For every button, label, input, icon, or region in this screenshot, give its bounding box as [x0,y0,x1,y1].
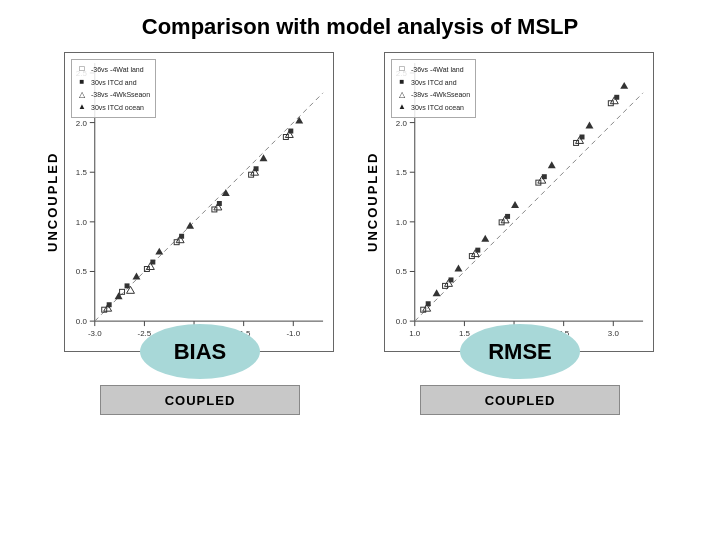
svg-marker-85 [454,265,462,272]
charts-container: UNCOUPLED [0,52,720,415]
svg-marker-28 [115,292,123,299]
svg-text:3.0: 3.0 [608,329,620,338]
svg-text:0.0: 0.0 [396,317,408,326]
svg-text:1.0: 1.0 [396,218,408,227]
svg-text:0.5: 0.5 [396,267,408,276]
bias-y-label: UNCOUPLED [45,52,60,352]
svg-text:1.0: 1.0 [76,218,88,227]
bias-coupled-bar: COUPLED [100,385,300,415]
svg-text:2.0: 2.0 [76,119,88,128]
rmse-ellipse-label: RMSE [460,324,580,379]
svg-rect-30 [125,283,130,288]
bias-plot: 0.0 0.5 1.0 1.5 2.0 2.5 -3.0 -2.5 -2.0 -… [64,52,334,352]
rmse-chart-with-label: UNCOUPLED [365,52,675,352]
bias-legend: □-36vs -4Wat land ■30vs ITCd and △-38vs … [71,59,156,118]
svg-text:1.5: 1.5 [396,168,408,177]
rmse-coupled-bar: COUPLED [420,385,620,415]
svg-text:1.0: 1.0 [409,329,421,338]
rmse-y-label: UNCOUPLED [365,52,380,352]
bias-ellipse-label: BIAS [140,324,260,379]
svg-marker-97 [548,161,556,168]
page-title: Comparison with model analysis of MSLP [0,0,720,48]
svg-marker-105 [620,82,628,89]
svg-text:0.5: 0.5 [76,267,88,276]
rmse-plot: 0.0 0.5 1.0 1.5 2.0 2.5 1.0 1.5 2.0 2.5 … [384,52,654,352]
svg-marker-36 [155,248,163,255]
svg-marker-52 [295,117,303,124]
svg-text:2.0: 2.0 [396,119,408,128]
svg-marker-101 [586,122,594,129]
svg-text:-1.0: -1.0 [286,329,300,338]
bias-chart-with-label: UNCOUPLED [45,52,355,352]
svg-marker-89 [481,235,489,242]
svg-text:1.5: 1.5 [76,168,88,177]
rmse-chart-wrapper: UNCOUPLED [365,52,675,415]
svg-text:0.0: 0.0 [76,317,88,326]
bias-chart-wrapper: UNCOUPLED [45,52,355,415]
svg-marker-93 [511,201,519,208]
svg-marker-81 [433,289,441,296]
svg-text:-3.0: -3.0 [88,329,102,338]
rmse-legend: □-36vs -4Wat land ■30vs ITCd and △-38vs … [391,59,476,118]
